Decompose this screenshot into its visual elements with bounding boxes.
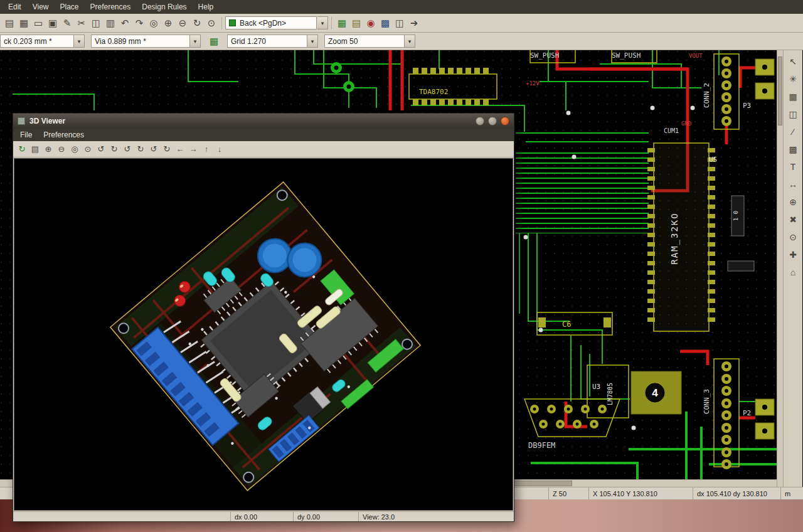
print-icon[interactable]: ▣ — [46, 16, 60, 30]
zoom-redraw-icon[interactable]: ↻ — [190, 16, 204, 30]
label-conn2: CONN_2 — [703, 83, 711, 108]
reload-board-icon[interactable]: ↻ — [16, 143, 28, 156]
zoom-dropdown-arrow[interactable]: ▾ — [405, 35, 415, 48]
viewer3d-menu-file[interactable]: File — [14, 129, 38, 141]
maximize-button[interactable] — [488, 117, 497, 125]
move-down-icon[interactable]: ↓ — [213, 143, 226, 156]
delete-tool-icon[interactable]: ✖ — [785, 212, 800, 227]
rotate-z-cw-icon[interactable]: ↻ — [161, 143, 173, 156]
grid-size-value: Grid 1.270 — [231, 37, 266, 46]
undo-icon[interactable]: ↶ — [118, 16, 132, 30]
paste-icon[interactable]: ▥ — [104, 16, 117, 30]
zoom-in-icon[interactable]: ⊕ — [42, 143, 55, 156]
vertical-scrollbar-thumb[interactable] — [778, 56, 782, 125]
zoom-fit-icon[interactable]: ⊙ — [82, 143, 94, 156]
rotate-z-ccw-icon[interactable]: ↺ — [147, 143, 160, 156]
label-p3: P3 — [743, 102, 751, 110]
annotation-marker-4: 4 — [646, 383, 664, 402]
export-image-icon[interactable]: ▤ — [29, 143, 41, 156]
redo-icon[interactable]: ↷ — [132, 16, 146, 30]
add-zone-icon[interactable]: ▩ — [785, 142, 800, 157]
rotate-x-cw-icon[interactable]: ↻ — [108, 143, 120, 156]
minimize-button[interactable] — [476, 117, 484, 125]
page-settings-icon[interactable]: ▭ — [31, 16, 45, 30]
viewer3d-menubar: FilePreferences — [13, 129, 514, 141]
add-track-icon[interactable]: ∕ — [785, 124, 800, 139]
viewer3d-title-bar[interactable]: 3D Viewer — [13, 114, 514, 129]
grid-size-dropdown-arrow[interactable]: ▾ — [307, 35, 318, 48]
plot-icon[interactable]: ✎ — [60, 16, 74, 30]
history-back-dropdown-arrow[interactable]: ▾ — [317, 16, 328, 29]
menu-view[interactable]: View — [27, 0, 55, 14]
label-db9fem: DB9FEM — [528, 441, 555, 450]
toolbar-separator — [331, 17, 332, 29]
grid-size-select[interactable]: Grid 1.270 — [227, 35, 307, 48]
zoom-fit-icon[interactable]: ⊙ — [205, 16, 218, 30]
layer-manager-icon[interactable]: ▩ — [378, 16, 392, 30]
menu-design-rules[interactable]: Design Rules — [136, 0, 192, 14]
via-size-select[interactable]: Via 0.889 mm * — [91, 35, 190, 48]
track-width-value: ck 0.203 mm * — [4, 37, 52, 46]
zoom-redraw-icon[interactable]: ◎ — [68, 143, 81, 156]
menu-preferences[interactable]: Preferences — [85, 0, 137, 14]
viewer3d-status-view: View: 23.0 — [358, 512, 428, 521]
rotate-y-cw-icon[interactable]: ↻ — [134, 143, 147, 156]
add-dimension-icon[interactable]: ↔ — [785, 177, 800, 192]
viewer3d-canvas[interactable] — [14, 159, 513, 510]
right-toolbar: ↖✳▦◫∕▩T↔⊕✖⊙✚⌂ — [783, 50, 802, 487]
viewer3d-menu-preferences[interactable]: Preferences — [38, 129, 90, 141]
track-width-select[interactable]: ck 0.203 mm * — [0, 35, 74, 48]
fast-access-icon[interactable]: ➔ — [407, 16, 421, 30]
move-up-icon[interactable]: ↑ — [200, 143, 213, 156]
module-mode-icon[interactable]: ◫ — [393, 16, 407, 30]
via-size-dropdown-arrow[interactable]: ▾ — [190, 35, 201, 48]
rotate-y-ccw-icon[interactable]: ↺ — [121, 143, 134, 156]
add-target-icon[interactable]: ⊕ — [785, 194, 800, 210]
cut-icon[interactable]: ✂ — [75, 16, 88, 30]
history-back-value: Back <PgDn> — [240, 19, 286, 28]
rotate-x-ccw-icon[interactable]: ↺ — [95, 143, 107, 156]
netlist-icon[interactable]: ▤ — [349, 16, 363, 30]
offset-origin-icon[interactable]: ⌂ — [785, 265, 800, 280]
ratsnest-icon[interactable]: ▦ — [335, 16, 349, 30]
move-right-icon[interactable]: → — [187, 143, 199, 156]
options-mid-icons: ▦ — [207, 35, 221, 48]
auto-track-width-icon[interactable]: ▦ — [207, 35, 221, 48]
zoom-out-icon[interactable]: ⊖ — [176, 16, 189, 30]
close-button[interactable] — [501, 117, 509, 125]
select-tool-icon[interactable]: ↖ — [785, 54, 800, 69]
viewer3d-window-icon — [18, 117, 25, 125]
main-toolbar-file-icons: ▤▦▭▣✎✂◫▥↶↷◎⊕⊖↻⊙ — [3, 16, 218, 30]
move-left-icon[interactable]: ← — [174, 143, 186, 156]
viewer3d-canvas-frame — [13, 157, 514, 511]
menu-help[interactable]: Help — [193, 0, 220, 14]
add-footprint-icon[interactable]: ◫ — [785, 107, 800, 122]
menu-edit[interactable]: Edit — [3, 0, 27, 14]
add-text-icon[interactable]: T — [785, 159, 800, 174]
toolbar-separator — [221, 17, 222, 29]
local-ratsnest-icon[interactable]: ▦ — [785, 89, 800, 104]
drc-icon[interactable]: ◉ — [364, 16, 378, 30]
label-resistor: 1 0 — [733, 211, 739, 221]
label-lm7805: LM7805 — [607, 383, 614, 405]
label-sw-push-left: SW_PUSH — [530, 51, 559, 60]
highlight-net-icon[interactable]: ✳ — [785, 72, 800, 87]
bus-traces — [516, 151, 649, 233]
grid-origin-icon[interactable]: ✚ — [785, 247, 800, 262]
zoom-out-icon[interactable]: ⊖ — [55, 143, 68, 156]
copy-icon[interactable]: ◫ — [89, 16, 103, 30]
label-cum1: CUM1 — [664, 127, 679, 134]
vertical-scrollbar[interactable] — [777, 50, 783, 487]
main-toolbar-extra-icons: ▦▤◉▩◫➔ — [335, 16, 421, 30]
open-board-icon[interactable]: ▤ — [3, 16, 16, 30]
viewer3d-window: 3D Viewer FilePreferences ↻▤⊕⊖◎⊙↺↻↺↻↺↻←→… — [13, 113, 514, 522]
history-back-select[interactable]: Back <PgDn> — [225, 16, 317, 29]
zoom-value: Zoom 50 — [328, 37, 358, 46]
drill-map-icon[interactable]: ⊙ — [785, 230, 800, 245]
save-board-icon[interactable]: ▦ — [17, 16, 31, 30]
track-width-dropdown-arrow[interactable]: ▾ — [74, 35, 85, 48]
zoom-select[interactable]: Zoom 50 — [324, 35, 405, 48]
zoom-in-icon[interactable]: ⊕ — [161, 16, 175, 30]
menu-place[interactable]: Place — [54, 0, 84, 14]
find-icon[interactable]: ◎ — [147, 16, 161, 30]
